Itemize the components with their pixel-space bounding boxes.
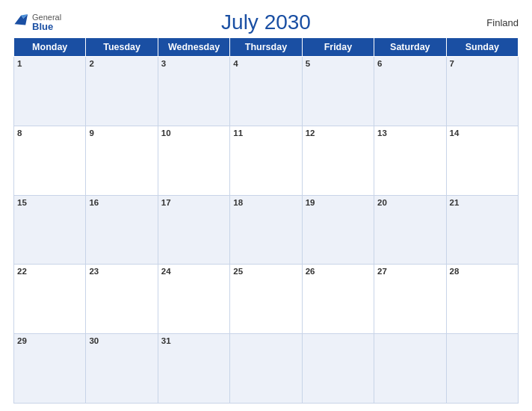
day-number: 30 bbox=[89, 336, 99, 345]
calendar-cell: 5 bbox=[302, 57, 374, 126]
calendar-cell: 23 bbox=[86, 265, 158, 334]
day-number: 20 bbox=[377, 198, 387, 207]
day-number: 14 bbox=[450, 129, 460, 137]
calendar-table: MondayTuesdayWednesdayThursdayFridaySatu… bbox=[13, 37, 519, 404]
calendar-cell: 17 bbox=[158, 195, 229, 265]
day-header-wednesday: Wednesday bbox=[158, 38, 229, 57]
day-number: 18 bbox=[233, 198, 243, 207]
calendar-cell: 4 bbox=[230, 57, 302, 126]
calendar-cell bbox=[446, 334, 518, 404]
day-header-saturday: Saturday bbox=[374, 38, 446, 57]
day-header-thursday: Thursday bbox=[230, 38, 302, 57]
calendar-cell: 27 bbox=[374, 265, 446, 334]
day-number: 26 bbox=[306, 267, 315, 276]
day-number: 17 bbox=[161, 198, 171, 207]
day-header-monday: Monday bbox=[14, 38, 86, 57]
calendar-cell: 26 bbox=[302, 265, 374, 334]
calendar-cell: 15 bbox=[14, 195, 86, 265]
calendar-cell: 12 bbox=[302, 126, 374, 195]
calendar-cell: 28 bbox=[446, 265, 518, 334]
calendar-cell: 29 bbox=[14, 334, 86, 404]
calendar-cell: 14 bbox=[446, 126, 518, 195]
calendar-header: General Blue July 2030 Finland bbox=[13, 10, 519, 34]
day-number: 24 bbox=[161, 267, 171, 276]
day-number: 4 bbox=[233, 59, 238, 68]
calendar-cell: 10 bbox=[158, 126, 229, 195]
day-number: 6 bbox=[377, 59, 382, 68]
calendar-cell: 22 bbox=[14, 265, 86, 334]
day-number: 13 bbox=[377, 129, 387, 137]
day-number: 31 bbox=[161, 336, 171, 345]
logo: General Blue bbox=[13, 13, 61, 32]
calendar-cell: 31 bbox=[158, 334, 229, 404]
day-number: 5 bbox=[306, 59, 310, 68]
day-header-sunday: Sunday bbox=[446, 38, 518, 57]
calendar-cell: 30 bbox=[86, 334, 158, 404]
calendar-cell bbox=[374, 334, 446, 404]
calendar-cell: 20 bbox=[374, 195, 446, 265]
calendar-cell: 16 bbox=[86, 195, 158, 265]
calendar-cell: 3 bbox=[158, 57, 229, 126]
day-number: 27 bbox=[377, 267, 387, 276]
day-number: 11 bbox=[233, 129, 243, 137]
day-number: 16 bbox=[89, 198, 99, 207]
calendar-cell: 7 bbox=[446, 57, 518, 126]
calendar-cell: 6 bbox=[374, 57, 446, 126]
day-number: 3 bbox=[161, 59, 166, 68]
day-number: 8 bbox=[17, 129, 22, 137]
day-number: 19 bbox=[306, 198, 315, 207]
day-number: 12 bbox=[306, 129, 315, 137]
day-number: 23 bbox=[89, 267, 99, 276]
day-header-tuesday: Tuesday bbox=[86, 38, 158, 57]
calendar-cell: 11 bbox=[230, 126, 302, 195]
calendar-cell: 18 bbox=[230, 195, 302, 265]
day-number: 28 bbox=[450, 267, 460, 276]
day-number: 10 bbox=[161, 129, 171, 137]
calendar-cell: 1 bbox=[14, 57, 86, 126]
calendar-cell: 21 bbox=[446, 195, 518, 265]
week-row-3: 15161718192021 bbox=[14, 195, 519, 265]
day-number: 25 bbox=[233, 267, 243, 276]
country-label: Finland bbox=[486, 17, 519, 28]
week-row-4: 22232425262728 bbox=[14, 265, 519, 334]
calendar-cell bbox=[230, 334, 302, 404]
day-number: 2 bbox=[89, 59, 93, 68]
calendar-cell bbox=[302, 334, 374, 404]
week-row-1: 1234567 bbox=[14, 57, 519, 126]
calendar-cell: 9 bbox=[86, 126, 158, 195]
logo-blue-text: Blue bbox=[32, 22, 61, 32]
day-number: 22 bbox=[17, 267, 27, 276]
calendar-cell: 13 bbox=[374, 126, 446, 195]
day-number: 7 bbox=[450, 59, 454, 68]
calendar-cell: 8 bbox=[14, 126, 86, 195]
calendar-cell: 25 bbox=[230, 265, 302, 334]
calendar-title: July 2030 bbox=[221, 10, 311, 34]
calendar-cell: 19 bbox=[302, 195, 374, 265]
day-number: 21 bbox=[450, 198, 460, 207]
day-header-friday: Friday bbox=[302, 38, 374, 57]
calendar-cell: 2 bbox=[86, 57, 158, 126]
day-number: 1 bbox=[17, 59, 22, 68]
day-number: 29 bbox=[17, 336, 27, 345]
calendar-cell: 24 bbox=[158, 265, 229, 334]
week-row-5: 293031 bbox=[14, 334, 519, 404]
week-row-2: 891011121314 bbox=[14, 126, 519, 195]
days-header-row: MondayTuesdayWednesdayThursdayFridaySatu… bbox=[14, 38, 519, 57]
day-number: 15 bbox=[17, 198, 27, 207]
day-number: 9 bbox=[89, 129, 93, 137]
